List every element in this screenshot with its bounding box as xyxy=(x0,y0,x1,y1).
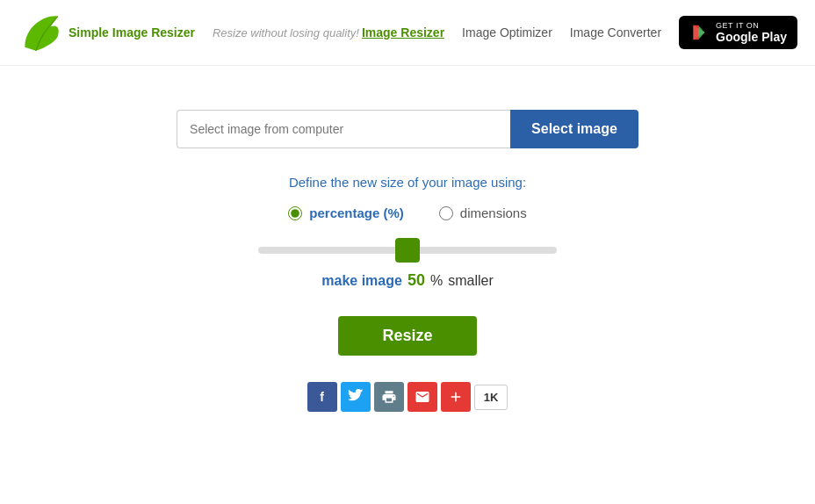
email-icon xyxy=(415,389,430,405)
logo-tagline-area: Simple Image Resizer Resize without losi… xyxy=(18,11,362,54)
make-image-label: make image xyxy=(321,273,402,289)
make-smaller-row: make image 50 % smaller xyxy=(321,271,493,290)
percent-value: 50 xyxy=(408,271,425,290)
facebook-share-button[interactable]: f xyxy=(307,382,337,412)
logo-title: Simple Image Resizer xyxy=(69,25,195,40)
main-content: Select image Define the new size of your… xyxy=(0,66,815,438)
twitter-share-button[interactable] xyxy=(341,382,371,412)
plus-share-button[interactable] xyxy=(441,382,471,412)
google-play-badge[interactable]: GET IT ON Google Play xyxy=(679,16,797,50)
gplay-text: GET IT ON Google Play xyxy=(716,21,787,45)
logo-area: Simple Image Resizer xyxy=(18,11,195,54)
define-size-label: Define the new size of your image using: xyxy=(289,175,526,190)
gplay-store-name: Google Play xyxy=(716,30,787,45)
print-share-button[interactable] xyxy=(374,382,404,412)
smaller-label: smaller xyxy=(448,273,494,289)
play-triangle-icon xyxy=(689,23,709,42)
plus-icon xyxy=(448,389,464,405)
print-icon xyxy=(381,389,397,405)
tagline: Resize without losing quality! xyxy=(213,26,359,40)
nav-links: Image Resizer Image Optimizer Image Conv… xyxy=(362,16,797,50)
nav-optimizer[interactable]: Image Optimizer xyxy=(462,25,552,40)
social-share-row: f 1K xyxy=(307,382,508,412)
file-path-input[interactable] xyxy=(177,110,510,148)
gplay-get-it-on: GET IT ON xyxy=(716,21,787,30)
svg-marker-1 xyxy=(694,25,699,40)
header: Simple Image Resizer Resize without losi… xyxy=(0,0,815,66)
email-share-button[interactable] xyxy=(408,382,437,412)
file-input-row: Select image xyxy=(177,110,638,148)
radio-dimensions-label: dimensions xyxy=(460,205,527,220)
percentage-slider[interactable] xyxy=(258,247,557,254)
percent-sign: % xyxy=(430,273,443,289)
select-image-button[interactable]: Select image xyxy=(510,110,638,148)
logo-text-group: Simple Image Resizer xyxy=(69,25,195,40)
leaf-icon xyxy=(18,11,61,54)
share-count: 1K xyxy=(474,385,508,410)
radio-percentage-option[interactable]: percentage (%) xyxy=(288,205,404,220)
radio-dimensions-input[interactable] xyxy=(439,206,453,220)
radio-row: percentage (%) dimensions xyxy=(288,205,526,220)
radio-dimensions-option[interactable]: dimensions xyxy=(439,205,527,220)
slider-container xyxy=(258,241,557,257)
radio-percentage-label: percentage (%) xyxy=(309,205,404,220)
svg-marker-2 xyxy=(698,25,704,40)
resize-button[interactable]: Resize xyxy=(338,316,476,356)
nav-resizer[interactable]: Image Resizer xyxy=(362,25,444,40)
nav-converter[interactable]: Image Converter xyxy=(570,25,661,40)
radio-percentage-input[interactable] xyxy=(288,206,302,220)
twitter-bird-icon xyxy=(348,389,364,405)
